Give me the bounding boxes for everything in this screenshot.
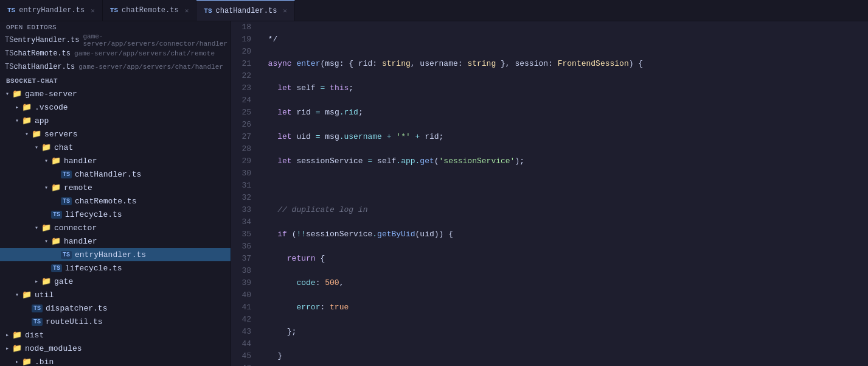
tree-item-handler-connector[interactable]: ▾ 📁 handler [0,234,231,248]
chevron-right-icon: ▸ [12,104,22,111]
tree-item-chatRemote-file[interactable]: TS chatRemote.ts [0,194,231,208]
code-line: code: 500, [259,277,856,289]
tree-item-handler-chat[interactable]: ▾ 📁 handler [0,154,231,167]
open-editor-chatHandler[interactable]: TS chatHandler.ts game-server/app/server… [0,60,231,74]
folder-icon: 📁 [41,276,51,286]
open-editor-path: game-server/app/servers/chat/remote [74,50,215,57]
folder-icon: 📁 [51,236,61,246]
tree-label: chatRemote.ts [75,197,136,206]
line-numbers: 1819202122232425262728293031323334353637… [231,21,259,366]
open-editor-chatRemote[interactable]: TS chatRemote.ts game-server/app/servers… [0,47,231,60]
tree-item-gate[interactable]: ▸ 📁 gate [0,275,231,288]
chevron-down-icon: ▾ [22,130,32,138]
open-editor-path: game-server/app/servers/connector/handle… [83,33,231,48]
tree-label: .bin [35,357,54,367]
folder-icon: 📁 [22,290,32,300]
ts-file-icon: TS [32,304,43,312]
chevron-right-icon: ▸ [2,331,12,339]
tree-label: .vscode [35,103,68,112]
tree-item-remote[interactable]: ▾ 📁 remote [0,181,231,194]
tree-label: node_modules [25,344,82,353]
chevron-down-icon: ▾ [32,224,41,231]
tree-item-vscode[interactable]: ▸ 📁 .vscode [0,100,231,114]
open-editor-entryHandler[interactable]: TS entryHandler.ts game-server/app/serve… [0,33,231,47]
code-line: error: true [259,301,856,314]
chevron-down-icon: ▾ [2,90,12,97]
tree-item-game-server[interactable]: ▾ 📁 game-server [0,87,231,100]
code-line: return { [259,253,856,265]
code-line: let self = this; [259,82,856,94]
tree-label: lifecycle.ts [65,210,122,219]
chevron-down-icon: ▾ [41,157,51,164]
code-line: // duplicate log in [259,204,856,216]
ts-file-icon: TS [61,197,72,205]
folder-icon: 📁 [12,89,22,99]
close-icon[interactable]: ✕ [185,7,189,15]
tree-item-dist[interactable]: ▸ 📁 dist [0,328,231,342]
ts-icon: TS [110,7,118,14]
tree-item-dispatcher[interactable]: TS dispatcher.ts [0,301,231,315]
folder-icon: 📁 [32,129,41,139]
tree-label: remote [64,183,92,192]
close-icon[interactable]: ✕ [283,7,287,15]
tree-item-routeUtil[interactable]: TS routeUtil.ts [0,315,231,328]
code-line: }; [259,326,856,338]
chevron-down-icon: ▾ [32,144,41,151]
folder-icon: 📁 [51,183,61,192]
tree-label: routeUtil.ts [46,317,103,326]
tree-item-lifecycle-connector[interactable]: TS lifecycle.ts [0,261,231,275]
ts-icon: TS [7,7,15,14]
tree-item-bin[interactable]: ▸ 📁 .bin [0,355,231,366]
tree-label: connector [54,223,97,233]
tree-item-lifecycle-chat[interactable]: TS lifecycle.ts [0,208,231,221]
folder-icon: 📁 [41,143,51,152]
tree-item-app[interactable]: ▾ 📁 app [0,114,231,127]
tree-label: servers [44,130,78,139]
open-editor-filename: chatHandler.ts [13,63,75,71]
tree-label: chat [54,143,73,152]
ts-file-icon: TS [61,251,72,259]
open-editors-header: OPEN EDITORS [0,21,231,33]
close-icon[interactable]: ✕ [91,7,95,15]
tab-chatRemote[interactable]: TS chatRemote.ts ✕ [103,0,196,21]
folder-icon: 📁 [22,116,32,125]
code-scroll[interactable]: 1819202122232425262728293031323334353637… [231,21,868,366]
code-line: let rid = msg.rid; [259,107,856,119]
ts-file-icon: TS [61,171,72,178]
chevron-right-icon: ▸ [12,358,22,365]
tree-item-chatHandler-file[interactable]: TS chatHandler.ts [0,167,231,181]
main-layout: OPEN EDITORS TS entryHandler.ts game-ser… [0,21,868,366]
tree-item-entryHandler-file[interactable]: TS entryHandler.ts [0,248,231,261]
ts-file-icon: TS [32,318,43,326]
folder-icon: 📁 [22,357,32,366]
tree-label: app [35,116,49,125]
tree-item-util[interactable]: ▾ 📁 util [0,288,231,301]
tree-item-node-modules[interactable]: ▸ 📁 node_modules [0,342,231,355]
chevron-down-icon: ▾ [12,117,22,124]
open-editor-filename: entryHandler.ts [13,36,79,44]
tree-item-connector[interactable]: ▾ 📁 connector [0,221,231,234]
tree-label: dist [25,331,44,340]
ts-file-icon: TS [51,211,62,219]
code-line: */ [259,33,856,46]
folder-icon: 📁 [12,343,22,353]
tab-chatHandler[interactable]: TS chatHandler.ts ✕ [196,0,295,21]
tree-item-servers[interactable]: ▾ 📁 servers [0,127,231,141]
open-editor-filename: chatRemote.ts [13,49,71,58]
tree-label: handler [64,157,97,166]
folder-icon: 📁 [12,330,22,340]
ts-file-icon: TS [51,264,62,272]
ts-icon: TS [204,7,212,15]
chevron-down-icon: ▾ [41,238,51,245]
tab-entryHandler[interactable]: TS entryHandler.ts ✕ [0,0,103,21]
tree-item-chat[interactable]: ▾ 📁 chat [0,141,231,154]
tab-label: chatRemote.ts [122,6,179,15]
chevron-right-icon: ▸ [32,278,41,285]
folder-icon: 📁 [51,156,61,166]
chevron-down-icon: ▾ [12,291,22,298]
chevron-down-icon: ▾ [41,184,51,191]
folder-icon: 📁 [22,102,32,112]
tabs-bar: TS entryHandler.ts ✕ TS chatRemote.ts ✕ … [0,0,868,21]
tree-label: lifecycle.ts [65,264,122,273]
code-content: */ async enter(msg: { rid: string, usern… [259,21,868,366]
